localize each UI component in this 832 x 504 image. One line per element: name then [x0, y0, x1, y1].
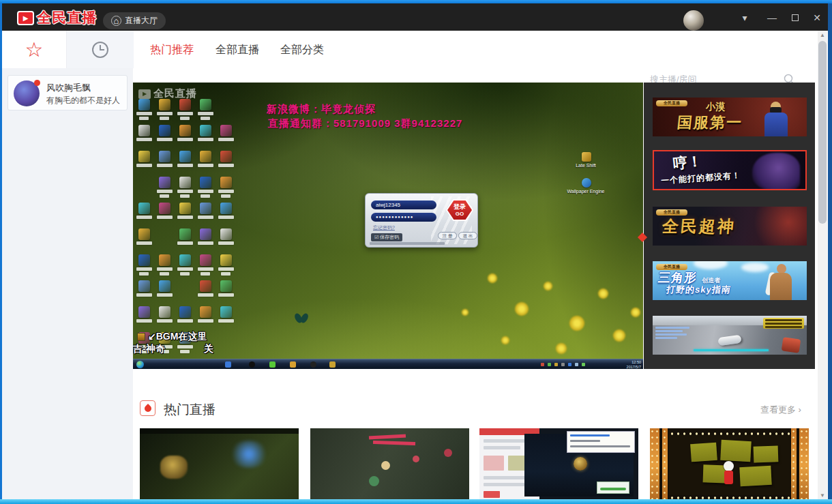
windows-start-icon	[136, 361, 144, 368]
desktop-icon	[159, 203, 170, 214]
desktop-icon	[179, 99, 191, 110]
home-icon: ⌂	[111, 16, 121, 26]
thumbnail-lol-jungle[interactable]	[140, 428, 299, 502]
banner-racing[interactable]	[653, 316, 807, 355]
app-logo: ▶ 全民直播	[17, 9, 97, 27]
hot-section-icon	[140, 400, 155, 416]
banner-text: 小漠	[706, 101, 725, 113]
desktop-icon	[200, 99, 211, 110]
minimize-button[interactable]: —	[762, 7, 782, 29]
bgm-caption: ↙BGM在这里	[137, 331, 207, 343]
logo-tv-icon: ▶	[17, 11, 34, 25]
tab-favorites[interactable]: ☆	[2, 31, 66, 68]
tab-history[interactable]	[66, 31, 134, 68]
maximize-button[interactable]	[786, 7, 805, 29]
desktop-icon	[200, 203, 211, 214]
scroll-up-arrow[interactable]: ▲	[818, 31, 827, 40]
login-register-button: 注 册	[438, 232, 457, 239]
desktop-icon-label: Wallpaper Engine	[565, 189, 606, 194]
login-password-field: ●●●●●●●●●●●●	[371, 213, 436, 222]
desktop-icon	[159, 125, 170, 136]
desktop-icon	[159, 306, 170, 318]
desktop-icon	[159, 99, 170, 110]
desktop-icon	[220, 228, 232, 240]
desktop-icon	[179, 177, 191, 188]
desktop-icon	[159, 177, 170, 188]
desktop-icon	[179, 228, 191, 240]
desktop-icon	[138, 99, 150, 110]
channel-name: 风吹胸毛飘	[46, 82, 91, 94]
scrollbar[interactable]: ▲ ▼	[818, 31, 827, 500]
login-note	[370, 242, 445, 245]
star-icon: ☆	[25, 40, 44, 60]
tab-hot-recommend[interactable]: 热门推荐	[150, 31, 194, 68]
login-save-checkbox: ☑ 保存密码	[371, 233, 402, 241]
stream-clock: 12:50 2017/5/7	[627, 360, 641, 369]
butterfly	[295, 313, 309, 325]
banner-sky-jungle[interactable]: 全民直播 三角形 创造者 打野的sky指南	[653, 261, 807, 300]
desktop-icon	[200, 125, 211, 136]
window-border-right	[828, 3, 832, 500]
view-more-link[interactable]: 查看更多 ›	[760, 404, 801, 416]
stream-corner-text: 吉-神奇	[133, 343, 165, 355]
desktop-icon	[159, 280, 170, 292]
desktop-icon	[138, 203, 150, 214]
banner-chaoshen[interactable]: 全民直播 全民超神	[653, 207, 807, 246]
live-dot-badge	[34, 80, 40, 86]
thumbnail-lol-teamfight[interactable]	[310, 428, 469, 502]
thumbnail-desktop[interactable]	[479, 428, 638, 502]
login-account-field: aiwj12345	[371, 201, 436, 209]
window-border-top	[0, 0, 832, 3]
desktop-icon	[179, 306, 191, 318]
maximize-icon	[792, 14, 799, 21]
desktop-icon	[138, 254, 150, 266]
desktop-icon	[138, 151, 150, 162]
desktop-icon	[179, 125, 191, 136]
sidebar: 风吹胸毛飘 有胸毛的都不是好人	[2, 68, 133, 500]
login-forgot-link: 忘记密码?	[373, 224, 395, 231]
flame-icon	[143, 404, 153, 413]
host-taskbar-strip	[0, 499, 832, 504]
channel-card[interactable]: 风吹胸毛飘 有胸毛的都不是好人	[8, 75, 128, 110]
desktop-icon	[220, 203, 232, 214]
desktop-icon	[200, 306, 211, 318]
close-button[interactable]: ✕	[807, 7, 827, 29]
tab-all-live[interactable]: 全部直播	[216, 31, 259, 68]
banner-selected[interactable]: 哼！ 一个能打的都没有！	[653, 150, 807, 190]
stream-corner-close: 关	[204, 343, 213, 355]
stream-taskbar: 12:50 2017/5/7	[133, 359, 643, 369]
desktop-icon	[200, 177, 211, 188]
app-window: ▶ 全民直播 ⌂ 直播大厅 ▾ — ✕ ☆ 热门推荐 全部直播 全部分类	[0, 0, 832, 504]
scrollbar-thumb[interactable]	[818, 41, 827, 224]
header: ☆ 热门推荐 全部直播 全部分类	[2, 31, 818, 68]
desktop-icon	[138, 125, 150, 136]
login-go-button: 登录 GO	[446, 199, 473, 221]
desktop-icon	[200, 228, 211, 240]
banner-xiaomo[interactable]: 全民直播 小漠 国服第一	[653, 98, 807, 136]
stream-login-dialog: aiwj12345 ●●●●●●●●●●●● 忘记密码? ☑ 保存密码 登录 G…	[365, 193, 478, 248]
video-player[interactable]: ▶ 全民直播 新浪微博：毕竟龙侦探 直播通知群：581791009 3群9412…	[133, 83, 643, 369]
logo-text: 全民直播	[37, 8, 97, 27]
login-exit-button: 退 出	[458, 232, 477, 239]
banner-text: 全民超神	[662, 216, 737, 237]
user-avatar[interactable]	[683, 10, 704, 31]
banner-text: 打野的sky指南	[666, 284, 732, 296]
hot-section-title: 热门直播	[164, 401, 216, 419]
menu-dropdown-icon[interactable]: ▾	[735, 7, 754, 29]
desktop-icon	[138, 280, 150, 292]
tab-all-categories[interactable]: 全部分类	[280, 31, 324, 68]
desktop-icon	[582, 152, 591, 162]
desktop-icon	[179, 254, 191, 266]
mascot	[724, 461, 734, 471]
bgm-icon	[137, 333, 145, 341]
desktop-icon	[220, 151, 232, 162]
live-hall-button[interactable]: ⌂ 直播大厅	[103, 12, 166, 29]
quanmin-badge: 全民直播	[656, 264, 687, 270]
thumbnail-stage-show[interactable]	[650, 428, 809, 502]
channel-desc: 有胸毛的都不是好人	[46, 95, 120, 106]
desktop-icon-label: Late Shift	[565, 163, 606, 168]
desktop-icon	[220, 125, 232, 136]
banner-text: 哼！	[672, 151, 703, 173]
desktop-icon	[138, 228, 150, 240]
desktop-icon	[179, 151, 191, 162]
